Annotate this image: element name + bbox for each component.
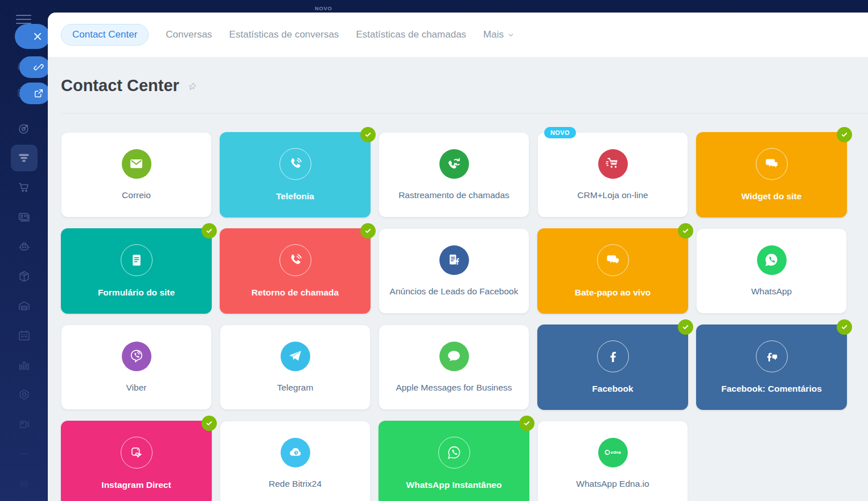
channel-card-bate-papo-ao-vivo[interactable]: Bate-papo ao vivo xyxy=(537,228,688,314)
sidebar-item-video[interactable] xyxy=(0,409,48,439)
channel-card-correio[interactable]: Correio xyxy=(61,132,212,217)
tab-estatisticas-de-chamadas[interactable]: Estatísticas de chamadas xyxy=(356,29,466,40)
instagram-direct-icon xyxy=(121,437,153,469)
content-area: Contact Center CorreioTelefoniaRastreame… xyxy=(48,74,868,501)
connected-check-icon xyxy=(519,416,534,431)
channel-card-label: WhatsApp Edna.io xyxy=(576,478,649,489)
whatsapp-icon xyxy=(757,245,787,275)
channel-card-label: WhatsApp xyxy=(751,286,792,297)
sidebar-item-planner[interactable] xyxy=(0,321,48,350)
channel-card-label: WhatsApp Instantâneo xyxy=(406,479,502,490)
connected-check-icon xyxy=(201,223,217,239)
facebook-icon xyxy=(597,340,629,372)
channel-card-crm-loja-on-line[interactable]: NOVOCRM+Loja on-line xyxy=(537,132,688,217)
call-tracking-icon xyxy=(439,149,469,179)
svg-text:edna: edna xyxy=(610,450,621,455)
sidebar-item-apps[interactable] xyxy=(0,380,48,409)
channel-card-widget-do-site[interactable]: Widget do site xyxy=(696,132,847,217)
sidebar-item-products[interactable] xyxy=(0,261,48,291)
chat-widget-icon xyxy=(756,148,788,180)
gear-icon xyxy=(17,477,31,491)
package-icon xyxy=(17,269,31,284)
channel-card-facebook[interactable]: Facebook xyxy=(537,325,688,410)
channel-card-label: Bate-papo ao vivo xyxy=(575,287,651,298)
tab-label: Conversas xyxy=(166,29,212,40)
channel-card-label: Retorno de chamada xyxy=(252,287,339,298)
main-panel: Contact CenterConversasEstatísticas de c… xyxy=(48,13,868,501)
webform-icon xyxy=(121,244,153,276)
sidebar-item-marketing[interactable] xyxy=(0,113,48,143)
channel-card-viber[interactable]: Viber xyxy=(61,325,212,410)
channel-card-retorno-de-chamada[interactable]: Retorno de chamada xyxy=(220,228,371,314)
sidebar-item-settings[interactable] xyxy=(0,469,48,498)
sidebar xyxy=(0,0,48,501)
channel-card-whatsapp-edna-io[interactable]: ednaWhatsApp Edna.io xyxy=(537,421,688,501)
connected-check-icon xyxy=(837,127,852,142)
channel-card-label: Viber xyxy=(126,382,147,393)
channel-card-whatsapp-instantaneo[interactable]: WhatsApp Instantâneo xyxy=(379,421,529,501)
channel-card-label: CRM+Loja on-line xyxy=(577,190,648,200)
camera-icon xyxy=(17,417,31,432)
channel-card-label: Formulário do site xyxy=(98,287,175,298)
connected-check-icon xyxy=(360,127,376,142)
tab-label: Mais xyxy=(483,29,504,40)
telegram-icon xyxy=(281,342,310,371)
channel-card-apple-messages-for-business[interactable]: Apple Messages for Business xyxy=(379,325,529,410)
copy-link-button[interactable] xyxy=(19,56,50,78)
sidebar-item-sales[interactable] xyxy=(0,173,48,202)
channel-card-label: Instagram Direct xyxy=(101,479,171,490)
apple-messages-icon xyxy=(439,342,469,371)
tab-contact-center[interactable]: Contact Center xyxy=(61,24,149,46)
bar-chart-icon xyxy=(17,358,31,372)
channel-card-label: Facebook: Comentários xyxy=(721,383,822,394)
channel-card-anuncios-de-leads-do-facebook[interactable]: Anúncios de Leads do Facebook xyxy=(379,228,529,314)
chat-widget-icon xyxy=(597,244,629,276)
facebook-comments-icon xyxy=(756,340,788,372)
calendar-icon xyxy=(17,328,31,343)
mail-icon xyxy=(122,149,151,179)
channel-card-whatsapp[interactable]: WhatsApp xyxy=(696,228,847,314)
tab-mais[interactable]: Mais xyxy=(483,29,514,40)
sidebar-item-automation[interactable] xyxy=(0,232,48,261)
channel-card-facebook-comentarios[interactable]: Facebook: Comentários xyxy=(696,325,847,410)
channel-card-label: Apple Messages for Business xyxy=(396,382,512,393)
novo-badge: NOVO xyxy=(544,127,576,138)
tab-conversas[interactable]: Conversas xyxy=(166,29,212,40)
target-icon xyxy=(17,121,31,135)
channel-card-label: Telefonia xyxy=(276,191,314,202)
channel-card-rede-bitrix24[interactable]: Rede Bitrix24 xyxy=(220,421,371,501)
contact-center-page: NOVO Contact CenterConversasEstatísticas… xyxy=(0,0,868,501)
channel-card-telefonia[interactable]: Telefonia xyxy=(220,132,371,217)
funnel-icon xyxy=(11,145,38,171)
sidebar-item-inventory[interactable] xyxy=(0,291,48,321)
connected-check-icon xyxy=(678,319,693,335)
divider xyxy=(61,113,868,114)
tab-bar: Contact CenterConversasEstatísticas de c… xyxy=(48,13,868,57)
open-in-new-button[interactable] xyxy=(19,83,50,104)
topbar-novo-label: NOVO xyxy=(315,5,332,11)
phone-icon xyxy=(279,148,311,180)
channel-card-instagram-direct[interactable]: Instagram Direct xyxy=(61,421,212,501)
tab-label: Contact Center xyxy=(72,29,137,40)
tab-estatisticas-de-conversas[interactable]: Estatísticas de conversas xyxy=(229,29,339,40)
sidebar-item-analytics[interactable] xyxy=(0,350,48,380)
chevron-down-icon xyxy=(508,32,514,38)
edna-icon: edna xyxy=(598,438,628,467)
channel-card-formulario-do-site[interactable]: Formulário do site xyxy=(61,228,212,314)
warehouse-icon xyxy=(17,299,31,313)
sidebar-item-contacts[interactable] xyxy=(0,202,48,232)
facebook-leads-icon xyxy=(439,245,469,275)
close-button[interactable] xyxy=(15,24,50,49)
pin-icon[interactable] xyxy=(186,81,198,93)
channel-card-rastreamento-de-chamadas[interactable]: Rastreamento de chamadas xyxy=(379,132,529,217)
hexagon-icon xyxy=(17,388,31,402)
channel-card-telegram[interactable]: Telegram xyxy=(220,325,371,410)
crm-store-icon xyxy=(598,149,628,179)
connected-check-icon xyxy=(837,319,852,335)
cart-icon xyxy=(17,180,31,195)
channel-card-label: Rastreamento de chamadas xyxy=(398,190,509,200)
channel-card-label: Facebook xyxy=(592,383,633,394)
sidebar-item-contact-center[interactable] xyxy=(0,143,48,173)
whatsapp-outline-icon xyxy=(438,437,470,469)
sidebar-item-more[interactable] xyxy=(0,439,48,469)
